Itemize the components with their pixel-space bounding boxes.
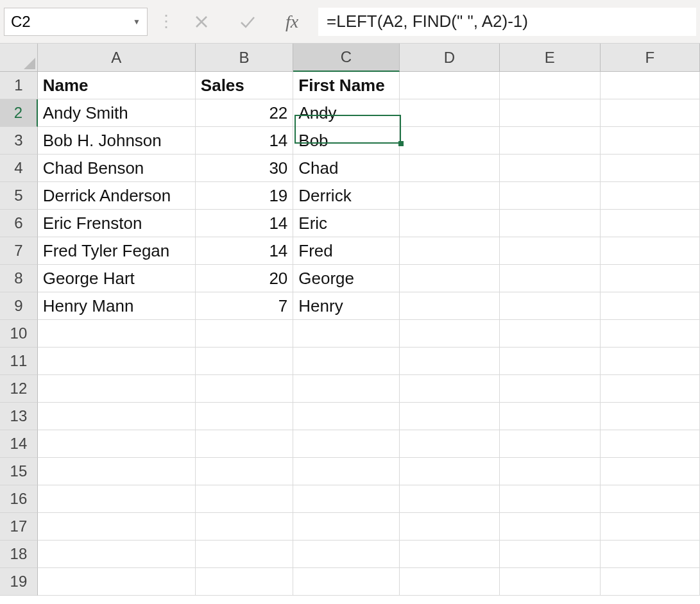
cell-E3[interactable] bbox=[500, 127, 600, 155]
cell-F8[interactable] bbox=[601, 265, 700, 292]
cell-B6[interactable]: 14 bbox=[196, 210, 293, 237]
cell-D2[interactable] bbox=[400, 99, 500, 127]
cell-A13[interactable] bbox=[38, 403, 196, 430]
row-header-4[interactable]: 4 bbox=[0, 155, 38, 182]
cell-D18[interactable] bbox=[400, 541, 500, 568]
row-header-7[interactable]: 7 bbox=[0, 237, 38, 265]
cell-C17[interactable] bbox=[293, 513, 399, 541]
cell-E7[interactable] bbox=[500, 237, 600, 265]
cell-F16[interactable] bbox=[601, 485, 700, 513]
cancel-button[interactable] bbox=[184, 8, 219, 36]
cell-E12[interactable] bbox=[500, 375, 600, 403]
cell-A6[interactable]: Eric Frenston bbox=[38, 210, 196, 237]
cell-C1[interactable]: First Name bbox=[293, 72, 399, 99]
row-header-2[interactable]: 2 bbox=[0, 99, 38, 127]
cell-D19[interactable] bbox=[400, 568, 500, 596]
cell-F7[interactable] bbox=[601, 237, 700, 265]
cell-D10[interactable] bbox=[400, 320, 500, 348]
cell-C13[interactable] bbox=[293, 403, 399, 430]
cell-D4[interactable] bbox=[400, 155, 500, 182]
cell-B16[interactable] bbox=[196, 485, 293, 513]
cell-B8[interactable]: 20 bbox=[196, 265, 293, 292]
cell-E4[interactable] bbox=[500, 155, 600, 182]
cell-D9[interactable] bbox=[400, 292, 500, 320]
cell-D14[interactable] bbox=[400, 430, 500, 458]
cell-B4[interactable]: 30 bbox=[196, 155, 293, 182]
cell-E1[interactable] bbox=[500, 72, 600, 99]
row-header-19[interactable]: 19 bbox=[0, 568, 38, 596]
cell-A16[interactable] bbox=[38, 485, 196, 513]
cell-E15[interactable] bbox=[500, 458, 600, 485]
cell-F1[interactable] bbox=[601, 72, 700, 99]
cell-E8[interactable] bbox=[500, 265, 600, 292]
cell-D15[interactable] bbox=[400, 458, 500, 485]
column-header-E[interactable]: E bbox=[500, 44, 600, 72]
row-header-6[interactable]: 6 bbox=[0, 210, 38, 237]
cell-F11[interactable] bbox=[601, 348, 700, 375]
cell-E13[interactable] bbox=[500, 403, 600, 430]
cell-B10[interactable] bbox=[196, 320, 293, 348]
row-header-17[interactable]: 17 bbox=[0, 513, 38, 541]
cell-A15[interactable] bbox=[38, 458, 196, 485]
column-header-A[interactable]: A bbox=[38, 44, 196, 72]
row-header-15[interactable]: 15 bbox=[0, 458, 38, 485]
cell-A2[interactable]: Andy Smith bbox=[38, 99, 196, 127]
cell-F3[interactable] bbox=[601, 127, 700, 155]
cell-C14[interactable] bbox=[293, 430, 399, 458]
cell-A1[interactable]: Name bbox=[38, 72, 196, 99]
cell-A18[interactable] bbox=[38, 541, 196, 568]
cell-A14[interactable] bbox=[38, 430, 196, 458]
cell-B14[interactable] bbox=[196, 430, 293, 458]
cell-C15[interactable] bbox=[293, 458, 399, 485]
cell-F12[interactable] bbox=[601, 375, 700, 403]
cell-A17[interactable] bbox=[38, 513, 196, 541]
cell-C7[interactable]: Fred bbox=[293, 237, 399, 265]
cell-F19[interactable] bbox=[601, 568, 700, 596]
cell-E10[interactable] bbox=[500, 320, 600, 348]
cell-A4[interactable]: Chad Benson bbox=[38, 155, 196, 182]
cell-A8[interactable]: George Hart bbox=[38, 265, 196, 292]
enter-button[interactable] bbox=[230, 8, 266, 36]
select-all-corner[interactable] bbox=[0, 44, 38, 72]
cell-A12[interactable] bbox=[38, 375, 196, 403]
row-header-13[interactable]: 13 bbox=[0, 403, 38, 430]
column-header-B[interactable]: B bbox=[196, 44, 293, 72]
cell-A11[interactable] bbox=[38, 348, 196, 375]
cell-D6[interactable] bbox=[400, 210, 500, 237]
cell-C16[interactable] bbox=[293, 485, 399, 513]
cell-C9[interactable]: Henry bbox=[293, 292, 399, 320]
cell-A7[interactable]: Fred Tyler Fegan bbox=[38, 237, 196, 265]
cell-C2[interactable]: Andy bbox=[293, 99, 399, 127]
cell-C19[interactable] bbox=[293, 568, 399, 596]
cell-C12[interactable] bbox=[293, 375, 399, 403]
cell-B17[interactable] bbox=[196, 513, 293, 541]
cell-B9[interactable]: 7 bbox=[196, 292, 293, 320]
cell-F14[interactable] bbox=[601, 430, 700, 458]
cell-B19[interactable] bbox=[196, 568, 293, 596]
cell-D11[interactable] bbox=[400, 348, 500, 375]
cell-F13[interactable] bbox=[601, 403, 700, 430]
cell-B13[interactable] bbox=[196, 403, 293, 430]
cell-D16[interactable] bbox=[400, 485, 500, 513]
cell-A5[interactable]: Derrick Anderson bbox=[38, 182, 196, 210]
name-box[interactable]: C2 ▼ bbox=[4, 8, 148, 36]
cell-C3[interactable]: Bob bbox=[293, 127, 399, 155]
cell-E11[interactable] bbox=[500, 348, 600, 375]
cell-F6[interactable] bbox=[601, 210, 700, 237]
cell-C10[interactable] bbox=[293, 320, 399, 348]
cell-D13[interactable] bbox=[400, 403, 500, 430]
cell-B15[interactable] bbox=[196, 458, 293, 485]
cell-C18[interactable] bbox=[293, 541, 399, 568]
chevron-down-icon[interactable]: ▼ bbox=[133, 17, 141, 26]
column-header-C[interactable]: C bbox=[293, 44, 399, 72]
cell-F18[interactable] bbox=[601, 541, 700, 568]
cell-B3[interactable]: 14 bbox=[196, 127, 293, 155]
cell-E17[interactable] bbox=[500, 513, 600, 541]
cell-B5[interactable]: 19 bbox=[196, 182, 293, 210]
cell-D17[interactable] bbox=[400, 513, 500, 541]
cell-C4[interactable]: Chad bbox=[293, 155, 399, 182]
cell-B2[interactable]: 22 bbox=[196, 99, 293, 127]
cell-F4[interactable] bbox=[601, 155, 700, 182]
cell-D7[interactable] bbox=[400, 237, 500, 265]
cell-A10[interactable] bbox=[38, 320, 196, 348]
